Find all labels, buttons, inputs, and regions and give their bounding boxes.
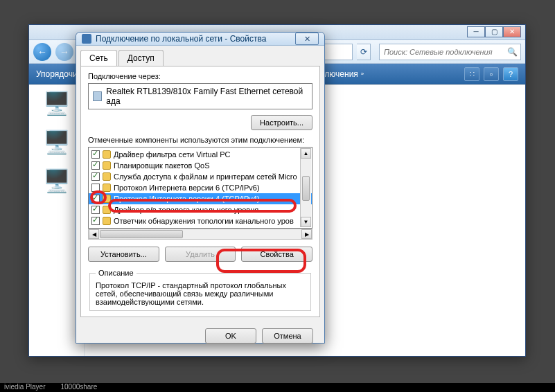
- cancel-button[interactable]: Отмена: [262, 328, 313, 344]
- forward-button[interactable]: →: [55, 43, 73, 61]
- uninstall-button: Удалить: [165, 247, 236, 262]
- connection-icon[interactable]: 🖥️: [43, 90, 71, 116]
- checkbox-icon[interactable]: [91, 172, 100, 181]
- search-input[interactable]: [382, 47, 507, 57]
- scroll-up-icon[interactable]: ▲: [301, 148, 311, 159]
- configure-button[interactable]: Настроить...: [251, 115, 312, 130]
- scroll-right-icon[interactable]: ▶: [301, 229, 312, 239]
- tab-access[interactable]: Доступ: [118, 50, 164, 66]
- dialog-titlebar[interactable]: Подключение по локальной сети - Свойства…: [76, 33, 324, 46]
- help-button[interactable]: ?: [503, 67, 518, 81]
- properties-button[interactable]: Свойства: [241, 247, 312, 262]
- description-heading: Описание: [96, 269, 136, 277]
- protocol-icon: [103, 195, 111, 203]
- checkbox-icon[interactable]: [91, 195, 100, 203]
- taskbar-item[interactable]: 10000share: [60, 383, 97, 392]
- checkbox-icon[interactable]: [91, 150, 100, 159]
- protocol-icon: [103, 161, 111, 170]
- checkbox-icon[interactable]: [91, 184, 100, 192]
- protocol-icon: [103, 150, 111, 159]
- adapter-box: Realtek RTL8139/810x Family Fast Etherne…: [88, 83, 312, 109]
- description-text: Протокол TCP/IP - стандартный протокол г…: [96, 281, 305, 306]
- tab-network[interactable]: Сеть: [80, 50, 117, 66]
- dialog-icon: [82, 34, 91, 44]
- protocol-icon: [103, 217, 111, 225]
- taskbar: iviedia Player 10000share: [0, 383, 555, 392]
- connection-icon[interactable]: 🖥️: [43, 129, 71, 155]
- preview-button[interactable]: ▫: [484, 67, 499, 81]
- close-button[interactable]: ✕: [503, 26, 521, 37]
- scroll-down-icon[interactable]: ▼: [301, 217, 311, 227]
- component-row[interactable]: Планировщик пакетов QoS: [89, 160, 312, 171]
- diagnose-menu-fragment[interactable]: лючения»: [324, 69, 364, 79]
- protocol-icon: [103, 184, 111, 192]
- checkbox-icon[interactable]: [91, 161, 100, 170]
- component-list[interactable]: Драйвер фильтра сети Virtual PC Планиров…: [88, 147, 312, 229]
- horizontal-scrollbar[interactable]: ◀ ▶: [88, 229, 312, 240]
- maximize-button[interactable]: ▢: [485, 26, 503, 37]
- component-row-ipv6[interactable]: Протокол Интернета версии 6 (TCP/IPv6): [89, 182, 312, 193]
- component-row[interactable]: Драйвер в/в тополога канального уровня: [89, 204, 312, 215]
- view-button[interactable]: ∷: [464, 67, 479, 81]
- connection-icon[interactable]: 🖥️: [43, 168, 71, 194]
- component-row[interactable]: Служба доступа к файлам и принтерам сете…: [89, 171, 312, 182]
- refresh-button[interactable]: ⟳: [357, 44, 371, 60]
- scroll-handle[interactable]: [100, 230, 183, 238]
- nic-icon: [93, 91, 102, 101]
- adapter-name: Realtek RTL8139/810x Family Fast Etherne…: [106, 87, 308, 106]
- components-label: Отмеченные компоненты используются этим …: [88, 136, 312, 144]
- checkbox-icon[interactable]: [91, 206, 100, 214]
- component-row[interactable]: Ответчик обнаружения топологии канальног…: [89, 215, 312, 226]
- minimize-button[interactable]: ─: [467, 26, 485, 37]
- component-row[interactable]: Драйвер фильтра сети Virtual PC: [89, 149, 312, 160]
- connect-via-label: Подключение через:: [88, 72, 312, 80]
- tab-panel-network: Подключение через: Realtek RTL8139/810x …: [80, 66, 320, 317]
- back-button[interactable]: ←: [33, 43, 51, 61]
- dialog-close-button[interactable]: ✕: [295, 33, 319, 45]
- install-button[interactable]: Установить...: [88, 247, 159, 262]
- taskbar-item[interactable]: iviedia Player: [4, 383, 45, 392]
- properties-dialog: Подключение по локальной сети - Свойства…: [76, 32, 325, 344]
- ok-button[interactable]: OK: [205, 328, 256, 344]
- protocol-icon: [103, 172, 111, 181]
- component-row-ipv4[interactable]: Протокол Интернета версии 4 (TCP/IPv4): [89, 193, 312, 204]
- protocol-icon: [103, 206, 111, 214]
- scroll-left-icon[interactable]: ◀: [89, 229, 99, 239]
- search-box[interactable]: 🔍: [379, 44, 521, 60]
- dialog-title: Подключение по локальной сети - Свойства: [96, 34, 295, 44]
- search-icon: 🔍: [507, 47, 518, 57]
- checkbox-icon[interactable]: [91, 217, 100, 225]
- scroll-handle[interactable]: [302, 176, 310, 201]
- vertical-scrollbar[interactable]: ▲ ▼: [300, 148, 311, 227]
- description-group: Описание Протокол TCP/IP - стандартный п…: [89, 269, 311, 311]
